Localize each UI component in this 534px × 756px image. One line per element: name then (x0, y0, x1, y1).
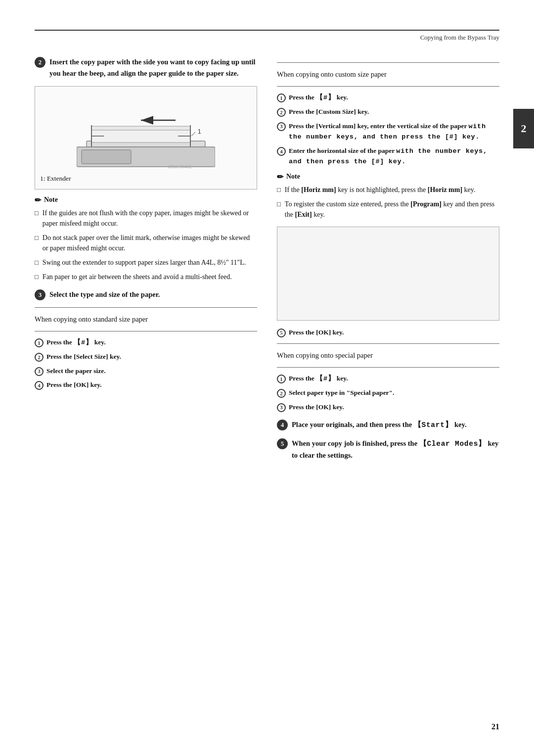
header-title: Copying from the Bypass Tray (420, 34, 499, 42)
special-sub-steps: 1 Press the 【#】 key. 2 Select paper type… (277, 374, 499, 412)
divider-special-2 (277, 367, 499, 368)
special-step-1-num: 1 (277, 375, 286, 383)
note-item-3: Swing out the extender to support paper … (35, 257, 257, 268)
divider-special (277, 343, 499, 344)
custom-step-2-num: 2 (277, 108, 286, 117)
custom-step-2: 2 Press the [Custom Size] key. (277, 107, 499, 117)
custom-step-3-num: 3 (277, 122, 286, 131)
svg-rect-10 (82, 150, 131, 164)
page-header: Copying from the Bypass Tray (35, 30, 499, 42)
custom-size-heading: When copying onto custom size paper (277, 69, 499, 80)
step-3-block: 3 Select the type and size of the paper. (35, 289, 257, 300)
note-block-left: ✏ Note If the guides are not flush with … (35, 195, 257, 282)
note-items-custom: If the [Horiz mm] key is not highlighted… (277, 185, 499, 220)
note-item-1: If the guides are not flush with the cop… (35, 208, 257, 229)
chapter-number: 2 (521, 122, 527, 135)
custom-sub-steps: 1 Press the 【#】 key. 2 Press the [Custom… (277, 93, 499, 167)
custom-step-1: 1 Press the 【#】 key. (277, 93, 499, 103)
illustration-caption: 1: Extender (40, 174, 71, 184)
divider-standard (35, 307, 257, 308)
divider-custom-top (277, 62, 499, 63)
custom-step-2-text: Press the [Custom Size] key. (289, 107, 499, 117)
svg-line-12 (191, 132, 195, 136)
special-paper-heading: When copying onto special paper (277, 350, 499, 361)
standard-step-3: 3 Select the paper size. (35, 366, 257, 376)
standard-step-1-num: 1 (35, 338, 44, 347)
custom-note-item-1: If the [Horiz mm] key is not highlighted… (277, 185, 499, 195)
left-column: 2 Insert the copy paper with the side yo… (35, 56, 257, 468)
illustration-box: 1 ZGUHO40E 1: Extender (35, 86, 257, 189)
standard-step-4-num: 4 (35, 381, 44, 390)
note-item-4: Fan paper to get air between the sheets … (35, 272, 257, 282)
note-icon-left: ✏ (35, 195, 41, 205)
special-step-1-text: Press the 【#】 key. (289, 374, 499, 384)
special-step-3-num: 3 (277, 403, 286, 412)
standard-size-heading: When copying onto standard size paper (35, 314, 257, 325)
special-step-2-text: Select paper type in "Special paper". (289, 388, 499, 398)
custom-step-3: 3 Press the [Vertical mm] key, enter the… (277, 121, 499, 142)
standard-step-4-text: Press the [OK] key. (46, 380, 257, 390)
custom-step-4-text: Enter the horizontal size of the paper w… (289, 146, 499, 167)
page-container: Copying from the Bypass Tray 2 2 Insert … (0, 0, 534, 756)
chapter-tab: 2 (513, 109, 534, 148)
standard-step-3-num: 3 (35, 367, 44, 376)
standard-step-4: 4 Press the [OK] key. (35, 380, 257, 390)
standard-step-2-text: Press the [Select Size] key. (46, 352, 257, 362)
step-3-number: 3 (35, 289, 45, 300)
note-block-custom: ✏ Note If the [Horiz mm] key is not high… (277, 172, 499, 220)
two-column-layout: 2 Insert the copy paper with the side yo… (35, 56, 499, 468)
note-title-left: ✏ Note (35, 195, 257, 205)
standard-step-1-text: Press the 【#】 key. (46, 337, 257, 348)
custom-step-1-num: 1 (277, 94, 286, 102)
step-3-text: Select the type and size of the paper. (49, 289, 257, 300)
step-5-main-text: When your copy job is finished, press th… (292, 438, 499, 461)
svg-text:1: 1 (198, 128, 201, 135)
bypass-tray-illustration: 1 ZGUHO40E (77, 92, 215, 171)
svg-rect-1 (91, 129, 190, 142)
note-icon-custom: ✏ (277, 172, 283, 182)
image-code: ZGUHO40E (168, 164, 192, 169)
custom-step-4: 4 Enter the horizontal size of the paper… (277, 146, 499, 167)
custom-step-5-text: Press the [OK] key. (289, 328, 499, 337)
divider-custom-2 (277, 86, 499, 87)
step-5-main-number: 5 (277, 438, 288, 449)
step-2-number: 2 (35, 57, 45, 68)
special-step-2: 2 Select paper type in "Special paper". (277, 388, 499, 398)
step-2-block: 2 Insert the copy paper with the side yo… (35, 56, 257, 79)
custom-step-4-num: 4 (277, 147, 286, 156)
custom-note-item-2: To register the custom size entered, pre… (277, 199, 499, 220)
note-item-2: Do not stack paper over the limit mark, … (35, 233, 257, 253)
page-number: 21 (491, 722, 499, 731)
divider-standard-2 (35, 331, 257, 331)
right-column: When copying onto custom size paper 1 Pr… (277, 56, 499, 468)
step-4-main-number: 4 (277, 420, 288, 430)
svg-rect-2 (91, 126, 190, 130)
special-step-3: 3 Press the [OK] key. (277, 402, 499, 412)
note-title-custom: ✏ Note (277, 172, 499, 182)
standard-step-2-num: 2 (35, 353, 44, 362)
step-4-main-text: Place your originals, and then press the… (292, 419, 499, 431)
custom-step-3-text: Press the [Vertical mm] key, enter the v… (289, 121, 499, 142)
custom-step-1-text: Press the 【#】 key. (289, 93, 499, 103)
standard-step-2: 2 Press the [Select Size] key. (35, 352, 257, 362)
standard-sub-steps: 1 Press the 【#】 key. 2 Press the [Select… (35, 337, 257, 390)
standard-step-1: 1 Press the 【#】 key. (35, 337, 257, 348)
special-step-3-text: Press the [OK] key. (289, 402, 499, 412)
special-step-1: 1 Press the 【#】 key. (277, 374, 499, 384)
custom-step-5-num: 5 (277, 329, 286, 337)
note-items-left: If the guides are not flush with the cop… (35, 208, 257, 282)
custom-size-image (277, 227, 499, 321)
standard-step-3-text: Select the paper size. (46, 366, 257, 376)
special-step-2-num: 2 (277, 389, 286, 398)
step-5-main-block: 5 When your copy job is finished, press … (277, 438, 499, 461)
step-2-text: Insert the copy paper with the side you … (49, 56, 257, 79)
step-4-main-block: 4 Place your originals, and then press t… (277, 419, 499, 431)
custom-step-5: 5 Press the [OK] key. (277, 328, 499, 337)
